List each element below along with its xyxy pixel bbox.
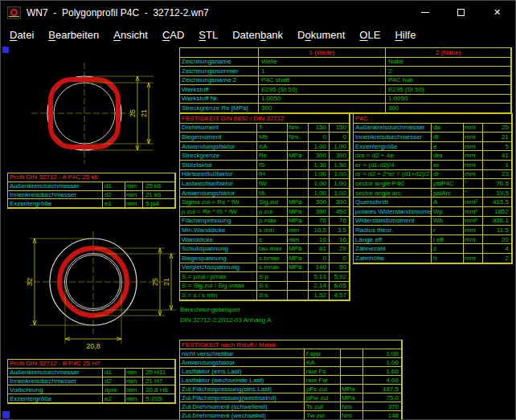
table-cell: f app — [305, 349, 341, 358]
maximize-icon — [457, 9, 465, 16]
dim-label-hub-inner: 21 — [162, 278, 170, 286]
table-cell: P4C hub — [386, 76, 511, 86]
table-cell: Außenkreisdurchmesser — [8, 182, 103, 191]
table-cell: Exzentergröße — [354, 142, 432, 152]
table-cell: Sigma zul = Re * fW — [180, 198, 257, 207]
table-cell: Werkstoff Nr. — [180, 95, 259, 104]
table-cell: 1,00 — [330, 189, 350, 198]
table-cell: r — [432, 226, 464, 235]
table-cell: 415,5 — [483, 198, 512, 207]
canvas-handle-top-left[interactable] — [2, 47, 9, 53]
table-cell: Nm — [288, 133, 309, 142]
note-line-2: DIN 32712-2:2012-03 Anhang A — [180, 315, 271, 325]
menu-item-bearbeiten[interactable]: Bearbeiten — [41, 26, 106, 44]
p4c-table-title: P4C — [354, 114, 512, 124]
table-cell: di — [432, 133, 464, 142]
table-cell: mm — [464, 170, 483, 180]
table-cell: Tw zul — [305, 411, 341, 420]
menu-item-datei[interactable]: Datei — [2, 26, 41, 44]
menu-item-dokument[interactable]: Dokument — [290, 26, 352, 44]
table-cell: Nabe — [386, 58, 511, 67]
menu-item-hilfe[interactable]: Hilfe — [387, 26, 423, 44]
table-cell: 1,00 — [330, 179, 350, 189]
shaft-profile-drawing: 25 21 — [31, 63, 154, 164]
table-cell: Nm — [341, 411, 363, 420]
menu-item-stl[interactable]: STL — [191, 26, 225, 44]
menu-item-datenbank[interactable]: Datenbank — [225, 26, 290, 44]
table-cell: psiArc — [432, 189, 464, 198]
table-cell — [341, 367, 363, 376]
table-cell: 20,8 H8 — [143, 385, 175, 394]
table-cell: s.vmax — [257, 263, 288, 273]
info-table: 1 (Welle) 2 (Nabe) ZeichnungsnameWelleNa… — [179, 47, 512, 114]
table-cell: h — [432, 254, 464, 263]
table-cell: 50 — [330, 263, 350, 273]
table-cell: Zeichnungsnummer — [180, 67, 259, 76]
table-cell: mm — [464, 142, 483, 152]
table-cell: Wb — [432, 217, 464, 226]
table-cell: mm — [125, 394, 143, 403]
table-cell: E295 (St 50) — [259, 85, 386, 95]
close-button[interactable]: ✕ — [479, 1, 515, 24]
table-cell: Querschnitt — [354, 198, 432, 207]
table-cell: 1,00 — [309, 170, 330, 180]
menu-item-cad[interactable]: CAD — [155, 26, 191, 44]
minimize-button[interactable] — [407, 1, 443, 24]
table-cell: Wanddicke — [180, 235, 257, 245]
table-cell: 0 — [309, 133, 330, 142]
table-cell: Sig.zul — [257, 198, 288, 207]
profile-a-title: Profil DIN 32712 - A P4C 25 k6 — [8, 173, 175, 182]
table-cell: 20 — [483, 235, 512, 245]
table-cell: Min.Wanddicke — [180, 226, 257, 235]
table-cell: fA — [257, 189, 288, 198]
drawing-canvas: 25 21 32 25 — [1, 45, 516, 420]
table-cell: e — [432, 142, 464, 152]
table-cell: 1,60 — [363, 367, 402, 376]
table-cell: Widerstandsmoment — [354, 217, 432, 226]
table-cell: Lastwechselfaktor — [180, 179, 257, 189]
table-cell: mm — [125, 182, 143, 191]
maximize-button[interactable] — [443, 1, 479, 24]
info-header-shaft: 1 (Welle) — [259, 48, 386, 58]
table-cell: Vergleichsspannung — [180, 263, 257, 273]
table-cell: mm — [464, 226, 483, 235]
table-cell: KA — [305, 358, 341, 367]
table-cell: T — [257, 124, 288, 133]
table-cell: Nm — [341, 402, 363, 411]
title-bar: WN7 - Polygonprofil P4C - 32712-2.wn7 ✕ — [1, 1, 515, 24]
table-cell: Innenkreisdurchmesser — [8, 377, 103, 386]
table-cell: 1 — [259, 67, 386, 76]
table-cell: Schubspannung — [180, 244, 257, 254]
table-cell: mm — [464, 124, 483, 133]
table-cell: Re — [257, 151, 288, 161]
table-cell: 4,57 — [330, 291, 350, 300]
table-cell: MPa — [341, 385, 363, 393]
canvas-handle-bottom-left[interactable] — [2, 411, 10, 418]
table-cell: 300 — [309, 198, 330, 207]
menu-item-ole[interactable]: OLE — [352, 26, 387, 44]
app-icon-ring — [10, 9, 18, 16]
table-cell: Zul.Flächenpressung(wechselnd) — [180, 393, 305, 402]
table-cell: KA — [257, 142, 288, 152]
table-cell: Außenkreisdurchmesser — [8, 369, 103, 377]
strength-table-title: FESTIGKEIT DIN 6892 / DIN 32712 — [180, 114, 350, 124]
table-cell: 1,50 — [330, 161, 350, 170]
table-cell: s min — [257, 226, 288, 235]
table-cell: Streckgrenze Re [MPa] — [180, 104, 259, 113]
table-cell: 150 — [330, 124, 350, 133]
table-cell: Zeichnungsname — [180, 58, 259, 67]
table-cell: Radius theor. — [354, 226, 432, 235]
table-cell: 19,5 — [483, 189, 512, 198]
table-cell: Zul.Flächenpressung(eins.Last) — [180, 385, 305, 393]
table-cell: 150 — [309, 124, 330, 133]
table-cell: S = pzul / pmax — [180, 272, 257, 282]
table-cell: mm — [464, 254, 483, 263]
table-cell: 300 — [386, 104, 511, 113]
table-cell: 300 — [309, 151, 330, 161]
dim-label-hub-od: 32 — [26, 278, 34, 286]
menu-item-ansicht[interactable]: Ansicht — [106, 26, 155, 44]
dim-label-hub-bore: 20,8 — [86, 342, 100, 350]
dim-label-hub-outer: 25 — [151, 278, 159, 286]
table-cell: 1,30 — [309, 161, 330, 170]
table-cell: 5,13 — [309, 272, 330, 282]
